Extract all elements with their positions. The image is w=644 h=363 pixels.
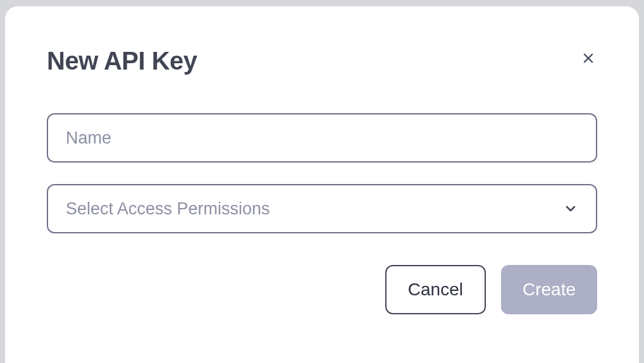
modal-header: New API Key — [47, 47, 597, 75]
name-input[interactable] — [47, 113, 597, 163]
cancel-button[interactable]: Cancel — [385, 265, 486, 314]
chevron-down-icon — [563, 201, 578, 216]
permissions-select-placeholder: Select Access Permissions — [66, 199, 270, 219]
modal-footer: Cancel Create — [47, 265, 597, 314]
modal-title: New API Key — [47, 47, 197, 75]
create-button[interactable]: Create — [501, 265, 597, 314]
modal-body: Select Access Permissions — [47, 113, 597, 233]
close-icon[interactable] — [579, 49, 597, 67]
new-api-key-modal: New API Key Select Access Permissions Ca… — [5, 6, 639, 363]
permissions-select[interactable]: Select Access Permissions — [47, 184, 597, 233]
